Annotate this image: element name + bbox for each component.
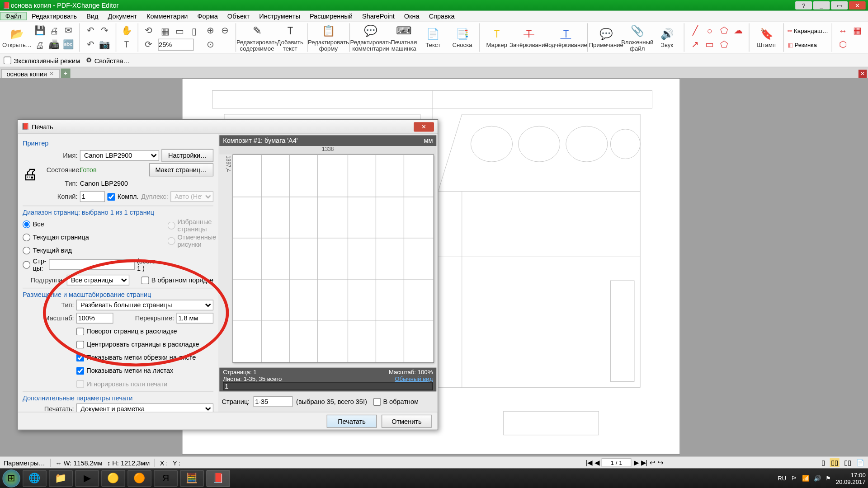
range-pages-input[interactable] bbox=[49, 259, 135, 270]
stamp-button[interactable]: 🔖Штамп bbox=[753, 26, 779, 50]
eraser-button[interactable]: Резинка bbox=[794, 42, 816, 48]
reverse-checkbox[interactable]: В обратном порядке bbox=[141, 276, 213, 284]
add-tab-button[interactable]: + bbox=[61, 69, 70, 78]
menu-windows[interactable]: Окна bbox=[399, 12, 424, 19]
rotate-cw-icon[interactable]: ⟳ bbox=[142, 38, 156, 52]
menu-object[interactable]: Объект bbox=[222, 12, 255, 19]
pentagon-shape-icon[interactable]: ⬠ bbox=[717, 38, 731, 52]
scan-icon[interactable]: 📠 bbox=[47, 38, 61, 52]
scale-type-select[interactable]: Разбивать большие страницы bbox=[76, 300, 213, 310]
menu-document[interactable]: Документ bbox=[103, 12, 142, 19]
perim-icon[interactable]: ⬡ bbox=[836, 38, 850, 52]
save-icon[interactable]: 💾 bbox=[33, 23, 47, 38]
tray-lang[interactable]: RU bbox=[778, 475, 786, 482]
menu-tools[interactable]: Инструменты bbox=[255, 12, 305, 19]
taskbar-media[interactable]: ▶ bbox=[75, 470, 99, 487]
rect-shape-icon[interactable]: ▭ bbox=[703, 38, 717, 52]
menu-help[interactable]: Справка bbox=[424, 12, 459, 19]
dialog-close-button[interactable]: ✕ bbox=[414, 122, 434, 131]
layout-doc-icon[interactable]: 📄 bbox=[856, 459, 864, 466]
status-params[interactable]: Параметры… bbox=[4, 459, 45, 466]
taskbar-explorer[interactable]: 📁 bbox=[49, 470, 73, 487]
menu-edit[interactable]: Редактировать bbox=[27, 12, 81, 19]
prev-page-icon[interactable]: ◀ bbox=[594, 459, 599, 466]
taskbar-ie[interactable]: 🌐 bbox=[23, 470, 47, 487]
menu-advanced[interactable]: Расширенный bbox=[305, 12, 357, 19]
fit-width-icon[interactable]: ▭ bbox=[172, 24, 187, 39]
zoom-out-icon[interactable]: ⊖ bbox=[218, 23, 232, 38]
exclusive-mode-checkbox[interactable]: Эксклюзивный режим bbox=[4, 56, 80, 64]
typewriter-button[interactable]: ⌨Печатная машинка bbox=[391, 22, 417, 52]
cloud-shape-icon[interactable]: ☁ bbox=[731, 23, 745, 38]
range-pages-radio[interactable]: Стр-цы: bbox=[23, 258, 46, 272]
add-text-button[interactable]: ＴДобавить текст bbox=[277, 22, 303, 52]
taskbar-chrome[interactable]: 🟡 bbox=[101, 470, 125, 487]
scale-input[interactable] bbox=[76, 313, 113, 324]
preview-normal-view-link[interactable]: Обычный вид bbox=[395, 375, 433, 382]
cb-rotate[interactable]: Поворот страниц в раскладке bbox=[76, 325, 213, 337]
cb-cropmarks-pages[interactable]: Показывать метки на листах bbox=[76, 365, 213, 376]
range-currentpage-radio[interactable]: Текущая страница bbox=[23, 231, 156, 243]
print-button[interactable]: Печатать bbox=[327, 414, 377, 427]
zoom-input[interactable] bbox=[158, 39, 194, 51]
page-number-input[interactable] bbox=[602, 458, 632, 467]
copies-input[interactable] bbox=[80, 191, 105, 202]
preview-reverse-checkbox[interactable]: В обратном bbox=[373, 398, 419, 405]
next-page-icon[interactable]: ▶ bbox=[634, 459, 639, 466]
printer-settings-button[interactable]: Настройки… bbox=[161, 149, 213, 162]
taskbar-calc[interactable]: 🧮 bbox=[180, 470, 204, 487]
circle-shape-icon[interactable]: ○ bbox=[703, 23, 717, 38]
menu-view[interactable]: Вид bbox=[82, 12, 103, 19]
menu-form[interactable]: Форма bbox=[193, 12, 222, 19]
text-button[interactable]: 📄Текст bbox=[420, 26, 446, 50]
page-layout-button[interactable]: Макет страниц… bbox=[149, 163, 213, 176]
sound-button[interactable]: 🔊Звук bbox=[654, 26, 680, 50]
edit-content-button[interactable]: ✎Редактировать содержимое bbox=[240, 22, 274, 52]
properties-link[interactable]: ⚙ Свойства… bbox=[86, 56, 130, 64]
undo2-icon[interactable]: ↶ bbox=[83, 38, 98, 52]
close-tab-icon[interactable]: ✕ bbox=[49, 71, 54, 77]
eraser-icon[interactable]: ◧ bbox=[788, 42, 793, 48]
strike-button[interactable]: ＴЗачёркивание bbox=[513, 26, 546, 50]
layout-single-icon[interactable]: ▯ bbox=[821, 459, 825, 466]
footnote-button[interactable]: 📑Сноска bbox=[449, 26, 476, 50]
maximize-button[interactable]: ▭ bbox=[831, 1, 848, 9]
attach-button[interactable]: 📎Вложенный файл bbox=[623, 22, 651, 52]
collate-checkbox[interactable]: Компл. bbox=[107, 193, 138, 201]
camera-icon[interactable]: 📷 bbox=[98, 38, 112, 52]
hand-icon[interactable]: ✋ bbox=[119, 23, 134, 38]
mail-icon[interactable]: ✉ bbox=[61, 23, 76, 38]
nav-back-icon[interactable]: ↩ bbox=[650, 459, 655, 466]
rotate-ccw-icon[interactable]: ⟲ bbox=[142, 23, 156, 38]
print-what-select[interactable]: Документ и разметка bbox=[76, 404, 213, 412]
open-button[interactable]: 📂Открыть… bbox=[4, 26, 30, 50]
edit-comments-button[interactable]: 💬Редактировать комментарии bbox=[354, 22, 388, 52]
cb-center[interactable]: Центрировать страницы в раскладке bbox=[76, 338, 213, 350]
taskbar-app1[interactable]: 🟠 bbox=[127, 470, 151, 487]
tray-flag-icon[interactable]: 🏳 bbox=[791, 475, 797, 482]
note-button[interactable]: 💬Примечание bbox=[591, 26, 621, 50]
tray-vol-icon[interactable]: 🔊 bbox=[814, 475, 821, 482]
cancel-button[interactable]: Отменить bbox=[382, 414, 432, 427]
tray-net-icon[interactable]: 📶 bbox=[802, 475, 809, 482]
range-all-radio[interactable]: Все bbox=[23, 218, 156, 230]
line-shape-icon[interactable]: ╱ bbox=[688, 23, 703, 38]
taskbar-yandex[interactable]: Я bbox=[154, 470, 178, 487]
close-all-tabs-icon[interactable]: ✕ bbox=[859, 70, 867, 78]
fit-page-icon[interactable]: ▦ bbox=[158, 24, 173, 39]
subgroup-select[interactable]: Все страницы bbox=[67, 275, 129, 286]
menu-file[interactable]: Файл bbox=[0, 12, 27, 20]
marker-button[interactable]: ＴМаркер bbox=[483, 26, 510, 50]
layout-cont-icon[interactable]: ▯▯ bbox=[830, 458, 840, 467]
first-page-icon[interactable]: |◀ bbox=[585, 459, 592, 466]
print2-icon[interactable]: 🖨 bbox=[33, 38, 47, 52]
printer-name-select[interactable]: Canon LBP2900 bbox=[80, 150, 159, 161]
start-button[interactable]: ⊞ bbox=[2, 469, 20, 487]
pencil-button[interactable]: Карандаш… bbox=[794, 27, 828, 34]
preview-page-spinner[interactable] bbox=[223, 382, 433, 390]
cb-cropmarks-sheet[interactable]: Показывать метки обрезки на листе bbox=[76, 352, 213, 363]
preview-pages-input[interactable] bbox=[253, 396, 292, 407]
polygon-shape-icon[interactable]: ⬠ bbox=[717, 23, 731, 38]
undo-icon[interactable]: ↶ bbox=[83, 23, 98, 38]
minimize-button[interactable]: _ bbox=[813, 1, 830, 9]
